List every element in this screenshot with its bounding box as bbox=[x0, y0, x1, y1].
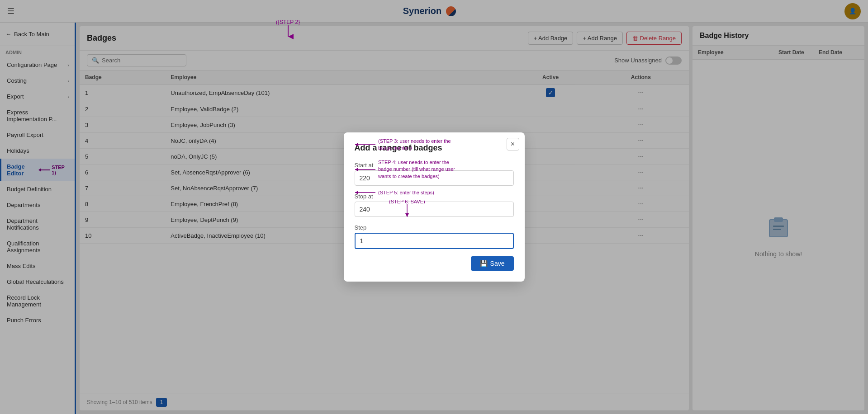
save-label: Save bbox=[490, 260, 505, 267]
start-at-input[interactable] bbox=[355, 170, 514, 186]
stop-at-label: Stop at bbox=[355, 193, 514, 200]
modal-close-button[interactable]: × bbox=[507, 138, 519, 151]
save-icon: 💾 bbox=[480, 260, 488, 267]
modal-title: Add a range of badges bbox=[355, 143, 514, 153]
stop-at-input[interactable] bbox=[355, 202, 514, 217]
step2-annotation: ({STEP 2} bbox=[276, 19, 300, 39]
save-button[interactable]: 💾 Save bbox=[471, 256, 514, 271]
step-input[interactable] bbox=[355, 233, 514, 249]
stop-at-group: Stop at bbox=[355, 193, 514, 217]
modal-overlay: Add a range of badges × Start at Stop at… bbox=[0, 0, 868, 414]
step2-text: ({STEP 2} bbox=[276, 19, 300, 25]
start-at-group: Start at bbox=[355, 162, 514, 186]
modal-footer: 💾 Save bbox=[355, 256, 514, 271]
start-at-label: Start at bbox=[355, 162, 514, 169]
step2-arrow bbox=[288, 25, 289, 39]
add-range-modal: Add a range of badges × Start at Stop at… bbox=[344, 132, 525, 282]
step-group: Step bbox=[355, 224, 514, 249]
step-label: Step bbox=[355, 224, 514, 231]
